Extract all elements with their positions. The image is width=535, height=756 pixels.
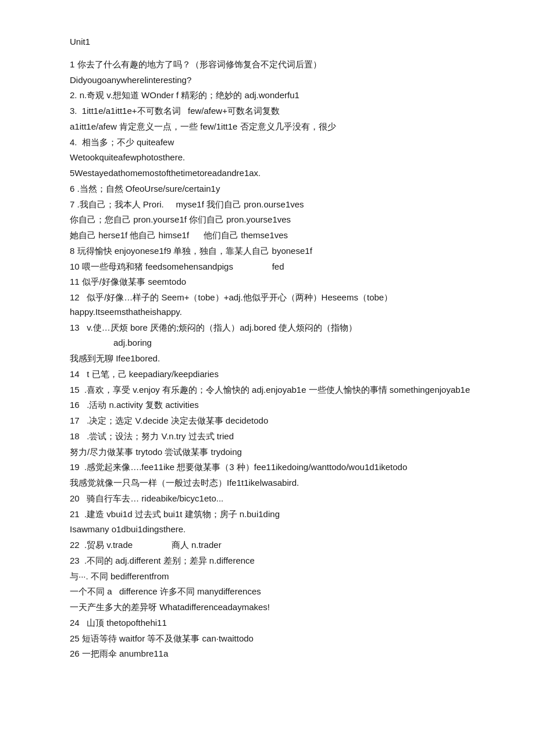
content-line-17: adj.boring [70, 336, 488, 350]
content-line-18: 我感到无聊 Ifee1bored. [70, 352, 488, 366]
content-line-3: 3. 1itt1e/a1itt1e+不可数名词 few/afew+可数名词复数 [70, 104, 488, 119]
content-line-37: 26 一把雨伞 anumbre11a [70, 647, 488, 661]
content-line-15: 12 似乎/好像…样子的 Seem+（tobe）+adj.他似乎开心（两种）He… [70, 291, 488, 320]
content-line-26: 我感觉就像一只鸟一样（一般过去时态）Ife1t1ikelwasabird. [70, 476, 488, 490]
content-line-8: 6 .当然；自然 OfeoUrse/sure/certain1y [70, 182, 488, 196]
content-line-22: 17 .决定；选定 V.decide 决定去做某事 decidetodo [70, 414, 488, 428]
content-line-33: 一个不同 a difference 许多不同 manydifferences [70, 585, 488, 599]
content-line-21: 16 .活动 n.activity 复数 activities [70, 398, 488, 413]
content-line-29: Isawmany o1dbui1dingsthere. [70, 522, 488, 537]
content-line-14: 11 似乎/好像做某事 seemtodo [70, 275, 488, 289]
content-line-9: 7 .我自己；我本人 Prori. myse1f 我们自己 pron.ourse… [70, 198, 488, 212]
content-line-24: 努力/尽力做某事 trytodo 尝试做某事 trydoing [70, 445, 488, 460]
unit-title: Unit1 [70, 35, 488, 49]
content-line-10: 你自己；您自己 pron.yourse1f 你们自己 pron.yourse1v… [70, 213, 488, 227]
content-line-28: 21 .建造 vbui1d 过去式 bui1t 建筑物；房子 n.bui1din… [70, 507, 488, 522]
content-line-20: 15 .喜欢，享受 v.enjoy 有乐趣的；令人愉快的 adj.enjoyab… [70, 383, 488, 397]
content-line-32: 与···. 不同 bedifferentfrom [70, 569, 488, 584]
content-line-4: a1itt1e/afew 肯定意义一点，一些 few/1itt1e 否定意义几乎… [70, 120, 488, 134]
content-line-31: 23 .不同的 adj.different 差别；差异 n.difference [70, 554, 488, 568]
content-line-7: 5Westayedathomemostofthetimetoreadandre1… [70, 166, 488, 181]
content-line-13: 10 喂一些母鸡和猪 feedsomehensandpigs fed [70, 260, 488, 274]
content-lines: 1 你去了什么有趣的地方了吗？（形容词修饰复合不定代词后置）Didyougoan… [70, 58, 488, 661]
content-line-30: 22 .贸易 v.trade 商人 n.trader [70, 538, 488, 553]
unit-container: Unit1 1 你去了什么有趣的地方了吗？（形容词修饰复合不定代词后置）Didy… [70, 35, 488, 661]
content-line-1: Didyougoanywherelinteresting? [70, 73, 488, 88]
content-line-5: 4. 相当多；不少 quiteafew [70, 135, 488, 150]
content-line-34: 一天产生多大的差异呀 Whatadifferenceadaymakes! [70, 600, 488, 615]
content-line-19: 14 t 已笔，己 keepadiary/keepdiaries [70, 367, 488, 382]
content-line-27: 20 骑自行车去… rideabike/bicyc1eto... [70, 492, 488, 506]
content-line-16: 13 v.使…厌烦 bore 厌倦的;烦闷的（指人）adj.bored 使人烦闷… [70, 321, 488, 335]
content-line-25: 19 .感觉起来像….fee11ike 想要做某事（3 种）fee11ikedo… [70, 460, 488, 475]
content-line-35: 24 山顶 thetopofthehi11 [70, 616, 488, 630]
content-line-0: 1 你去了什么有趣的地方了吗？（形容词修饰复合不定代词后置） [70, 58, 488, 72]
content-line-12: 8 玩得愉快 enjoyonese1f9 单独，独自，靠某人自己 byonese… [70, 244, 488, 259]
content-line-6: Wetookquiteafewphotosthere. [70, 151, 488, 165]
content-line-36: 25 短语等待 waitfor 等不及做某事 can·twaittodo [70, 632, 488, 646]
content-line-11: 她自己 herse1f 他自己 himse1f 他们自己 themse1ves [70, 228, 488, 243]
content-line-2: 2. n.奇观 v.想知道 WOnder f 精彩的；绝妙的 adj.wonde… [70, 88, 488, 103]
content-line-23: 18 .尝试；设法；努力 V.n.try 过去式 tried [70, 429, 488, 444]
